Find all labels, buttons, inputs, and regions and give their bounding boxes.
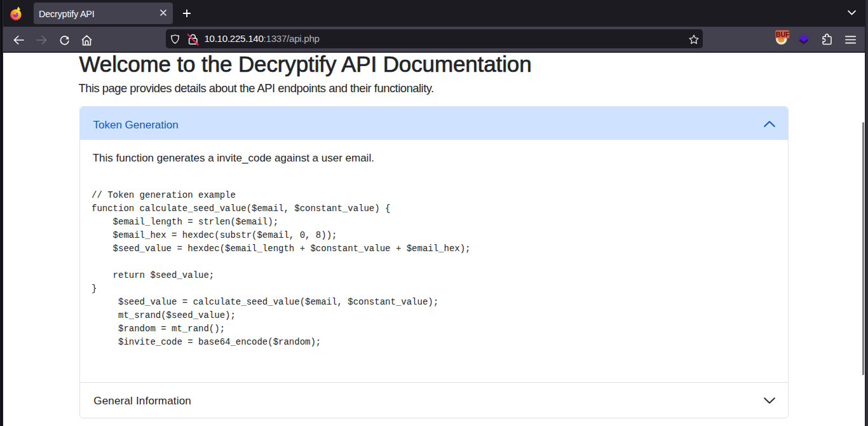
svg-text:BUF: BUF bbox=[776, 31, 790, 38]
